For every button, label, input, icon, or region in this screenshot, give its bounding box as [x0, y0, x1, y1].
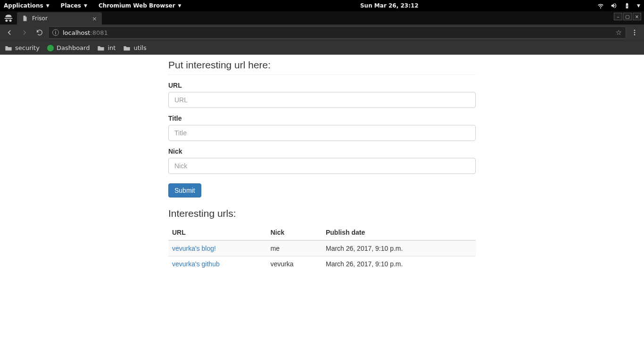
cell-nick: vevurka: [267, 256, 322, 272]
bookmark-security[interactable]: security: [5, 44, 40, 51]
bookmark-utils[interactable]: utils: [123, 44, 146, 51]
table-row: vevurka's blog! me March 26, 2017, 9:10 …: [168, 240, 476, 256]
back-button[interactable]: [3, 26, 16, 39]
caret-down-icon: ▼: [178, 3, 182, 8]
bookmark-label: utils: [133, 44, 146, 51]
col-url: URL: [168, 225, 267, 240]
browser-toolbar: i localhost:8081 ☆: [0, 25, 644, 41]
nick-input[interactable]: [168, 158, 476, 174]
places-label: Places: [61, 2, 81, 9]
caret-down-icon: ▼: [84, 3, 87, 8]
dashboard-icon: [47, 45, 54, 51]
tab-close-icon[interactable]: ×: [92, 15, 97, 22]
submit-button[interactable]: Submit: [168, 183, 201, 197]
site-info-icon[interactable]: i: [52, 29, 59, 36]
system-menu-caret[interactable]: ▼: [637, 3, 640, 8]
clock[interactable]: Sun Mar 26, 23:12: [182, 2, 598, 9]
folder-icon: [123, 45, 131, 51]
applications-label: Applications: [4, 2, 43, 9]
table-row: vevurka's github vevurka March 26, 2017,…: [168, 256, 476, 272]
svg-point-2: [634, 34, 636, 35]
urls-table: URL Nick Publish date vevurka's blog! me…: [168, 225, 476, 272]
url-link[interactable]: vevurka's blog!: [172, 245, 216, 252]
document-icon: [22, 15, 28, 22]
bookmark-dashboard[interactable]: Dashboard: [47, 44, 90, 51]
bookmark-label: Dashboard: [57, 44, 90, 51]
url-link[interactable]: vevurka's github: [172, 260, 220, 268]
col-nick: Nick: [267, 225, 322, 240]
svg-point-0: [634, 30, 636, 31]
active-app-menu[interactable]: Chromium Web Browser ▼: [99, 2, 182, 9]
incognito-icon: [0, 11, 17, 25]
tab-title: Frisor: [32, 15, 48, 22]
svg-point-1: [634, 32, 636, 33]
bookmark-int[interactable]: int: [97, 44, 116, 51]
url-input[interactable]: [168, 92, 476, 108]
folder-icon: [97, 45, 105, 51]
list-heading: Interesting urls:: [168, 208, 476, 223]
volume-icon[interactable]: [611, 2, 617, 9]
folder-icon: [5, 45, 12, 51]
window-close-button[interactable]: ×: [633, 13, 641, 20]
nick-label: Nick: [168, 148, 476, 155]
wifi-icon[interactable]: [597, 2, 604, 9]
gnome-top-bar: Applications ▼ Places ▼ Chromium Web Bro…: [0, 0, 644, 11]
form-heading: Put interesting url here:: [168, 59, 476, 75]
bookmark-label: security: [15, 44, 40, 51]
url-label: URL: [168, 82, 476, 89]
url-host: localhost: [63, 29, 90, 36]
window-minimize-button[interactable]: –: [614, 13, 622, 20]
browser-menu-button[interactable]: [628, 26, 641, 39]
title-label: Title: [168, 115, 476, 122]
address-bar[interactable]: i localhost:8081 ☆: [48, 26, 626, 39]
browser-tab[interactable]: Frisor ×: [17, 12, 102, 25]
bookmarks-bar: security Dashboard int utils: [0, 41, 644, 55]
cell-nick: me: [267, 240, 322, 256]
reload-button[interactable]: [33, 26, 46, 39]
url-port: :8081: [90, 29, 107, 36]
tab-strip: Frisor × – ▢ ×: [0, 11, 644, 25]
page-content: Put interesting url here: URL Title Nick…: [0, 55, 644, 272]
active-app-label: Chromium Web Browser: [99, 2, 175, 9]
battery-icon[interactable]: [624, 2, 630, 9]
window-controls: – ▢ ×: [614, 13, 641, 20]
title-input[interactable]: [168, 125, 476, 141]
applications-menu[interactable]: Applications ▼: [4, 2, 50, 9]
places-menu[interactable]: Places ▼: [61, 2, 87, 9]
cell-date: March 26, 2017, 9:10 p.m.: [322, 256, 476, 272]
cell-date: March 26, 2017, 9:10 p.m.: [322, 240, 476, 256]
forward-button[interactable]: [18, 26, 31, 39]
bookmark-label: int: [107, 44, 116, 51]
caret-down-icon: ▼: [46, 3, 50, 8]
col-date: Publish date: [322, 225, 476, 240]
window-maximize-button[interactable]: ▢: [623, 13, 632, 20]
bookmark-star-icon[interactable]: ☆: [616, 28, 622, 37]
